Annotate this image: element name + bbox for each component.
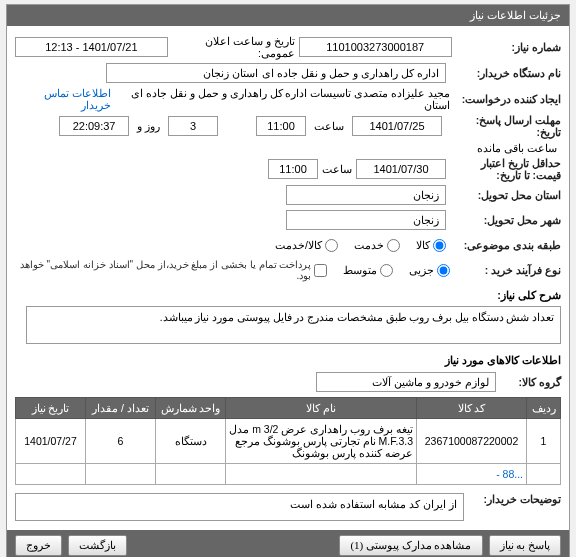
radio-partial[interactable] [437, 264, 450, 277]
footer-bar: پاسخ به نیاز مشاهده مدارک پیوستی (1) باز… [7, 530, 569, 557]
radio-service[interactable] [387, 239, 400, 252]
buyer-note-box: از ایران کد مشابه استفاده شده است [15, 493, 464, 521]
buy-option-medium[interactable]: متوسط [343, 264, 393, 277]
buyer-note-label: توضیحات خریدار: [464, 493, 561, 505]
buyer-value: اداره کل راهداری و حمل و نقل جاده ای است… [106, 63, 446, 83]
need-details-panel: جزئیات اطلاعات نیاز شماره نیاز: 11010032… [6, 4, 570, 557]
category-option-both[interactable]: کالا/خدمت [275, 239, 338, 252]
radio-both[interactable] [325, 239, 338, 252]
deadline-time: 11:00 [256, 116, 306, 136]
cell-code: 2367100087220002 [417, 419, 527, 464]
table-header-row: ردیف کد کالا نام کالا واحد شمارش تعداد /… [16, 398, 561, 419]
category-label: طبقه بندی موضوعی: [446, 239, 561, 251]
items-header: اطلاعات کالاهای مورد نیاز [15, 354, 561, 367]
buyer-label: نام دستگاه خریدار: [446, 67, 561, 79]
group-label: گروه کالا: [496, 376, 561, 388]
cell-row: 1 [527, 419, 561, 464]
buy-note-check[interactable]: پرداخت تمام یا بخشی از مبلغ خرید،از محل … [15, 259, 327, 281]
validity-label: حداقل تاریخ اعتبارقیمت: تا تاریخ: [446, 157, 561, 181]
attachments-button[interactable]: مشاهده مدارک پیوستی (1) [339, 535, 482, 556]
th-name: نام کالا [226, 398, 417, 419]
panel-title: جزئیات اطلاعات نیاز [7, 5, 569, 26]
category-radio-group: کالا خدمت کالا/خدمت [259, 239, 446, 252]
cell-name: تیغه برف روب راهداری عرض 3/2 m مدل M.F.3… [226, 419, 417, 464]
deadline-date: 1401/07/25 [352, 116, 442, 136]
city-value: زنجان [286, 210, 446, 230]
cell-unit: دستگاه [156, 419, 226, 464]
radio-medium[interactable] [380, 264, 393, 277]
cell-qty: 6 [86, 419, 156, 464]
hours-left: 22:09:37 [59, 116, 129, 136]
deadline-label: مهلت ارسال پاسخ:تاریخ: [446, 114, 561, 138]
th-code: کد کالا [417, 398, 527, 419]
table-row: 1 2367100087220002 تیغه برف روب راهداری … [16, 419, 561, 464]
province-label: استان محل تحویل: [446, 189, 561, 201]
hours-lbl: ساعت باقی مانده [477, 142, 557, 154]
desc-label: شرح کلی نیاز: [15, 289, 561, 302]
validity-date: 1401/07/30 [356, 159, 446, 179]
city-label: شهر محل تحویل: [446, 214, 561, 226]
requester-value: مجید علیزاده متصدی تاسیسات اداره کل راهد… [115, 87, 450, 111]
desc-textarea[interactable] [26, 306, 561, 344]
category-option-service[interactable]: خدمت [354, 239, 400, 252]
validity-time-lbl: ساعت [322, 163, 352, 175]
province-value: زنجان [286, 185, 446, 205]
requester-label: ایجاد کننده درخواست: [450, 93, 561, 105]
radio-goods[interactable] [433, 239, 446, 252]
items-table: ردیف کد کالا نام کالا واحد شمارش تعداد /… [15, 397, 561, 485]
need-no-value: 1101003273000187 [299, 37, 452, 57]
contact-link[interactable]: اطلاعات تماس خریدار [15, 87, 111, 111]
need-no-label: شماره نیاز: [452, 41, 561, 53]
pub-date-label: تاریخ و ساعت اعلان عمومی: [172, 35, 295, 59]
cell-date: 1401/07/27 [16, 419, 86, 464]
th-qty: تعداد / مقدار [86, 398, 156, 419]
th-unit: واحد شمارش [156, 398, 226, 419]
category-option-goods[interactable]: کالا [416, 239, 446, 252]
table-row-empty: ...88 - [16, 464, 561, 485]
days-left: 3 [168, 116, 218, 136]
page-link[interactable]: ...88 - [417, 464, 527, 485]
pub-date-value: 1401/07/21 - 12:13 [15, 37, 168, 57]
th-row: ردیف [527, 398, 561, 419]
validity-time: 11:00 [268, 159, 318, 179]
checkbox-note[interactable] [314, 264, 327, 277]
th-date: تاریخ نیاز [16, 398, 86, 419]
deadline-time-lbl: ساعت [314, 120, 344, 132]
form-body: شماره نیاز: 1101003273000187 تاریخ و ساع… [7, 26, 569, 530]
group-value: لوازم خودرو و ماشین آلات [316, 372, 496, 392]
days-lbl: روز و [137, 120, 160, 132]
buy-type-radio-group: جزیی متوسط [327, 264, 450, 277]
buy-option-partial[interactable]: جزیی [409, 264, 450, 277]
exit-button[interactable]: خروج [15, 535, 62, 556]
back-button[interactable]: بازگشت [68, 535, 127, 556]
buy-type-label: نوع فرآیند خرید : [450, 264, 561, 276]
reply-button[interactable]: پاسخ به نیاز [489, 535, 562, 556]
